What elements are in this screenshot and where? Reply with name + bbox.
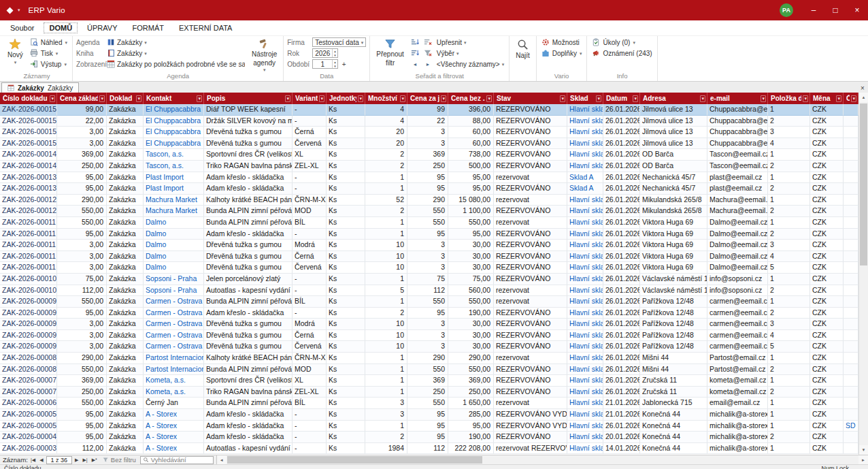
cell-polozka-dok[interactable]: 4 [768, 330, 810, 342]
cell-cena-za-jedn[interactable]: 3 [407, 319, 448, 330]
cell-cena-za-jedn[interactable]: 95 [407, 409, 448, 421]
cell-varianta[interactable]: ZEL-XL [293, 387, 327, 398]
cell-datum[interactable]: 26.01.2026 [603, 375, 640, 387]
column-filter-caret-icon[interactable]: ▾ [486, 95, 492, 102]
cell-adresa[interactable]: Nechanická 45/7 [640, 183, 707, 195]
cell-mena[interactable]: CZK [810, 375, 844, 387]
record-position[interactable]: 1 z 36 [46, 456, 73, 464]
output-button[interactable]: Výstup ▾ [29, 59, 69, 69]
menu-item-domu[interactable]: DOMŮ [41, 20, 80, 35]
cell-cena-zakladni[interactable]: 112,00 [57, 285, 107, 297]
scroll-right-icon[interactable]: ► [858, 455, 868, 464]
cell-cena-za-jedn[interactable]: 550 [407, 206, 448, 217]
cell-doklad[interactable]: Zakázka [107, 353, 144, 364]
cell-mnozstvi[interactable]: 5 [365, 285, 407, 297]
cell-kontakt[interactable]: El Chuppacabbra [144, 127, 204, 138]
cell-adresa[interactable]: Viktora Huga 69 [640, 251, 707, 263]
cell-cena-zakladni[interactable]: 3,00 [57, 319, 107, 330]
cell-mena[interactable]: CZK [810, 149, 844, 161]
cell-polozka-dok[interactable]: 3 [768, 127, 810, 138]
horizontal-scrollbar[interactable]: ◄ ► [216, 455, 868, 464]
cell-polozka-dok[interactable]: 2 [768, 285, 810, 297]
cell-adresa[interactable]: Viktora Huga 69 [640, 217, 707, 229]
cell-cena-bez[interactable]: 30,00 [448, 240, 494, 251]
cell-polozka-dok[interactable]: 4 [768, 251, 810, 263]
cell-mnozstvi[interactable]: 3 [365, 398, 407, 409]
new-record-button[interactable]: ▶* [90, 456, 99, 464]
cell-e-mail[interactable]: Partost@email.cz [707, 353, 768, 364]
cell-cena-za-jedn[interactable]: 3 [407, 330, 448, 342]
cell-popis[interactable]: Dřevěná tužka s gumou [204, 127, 293, 138]
cell-jednotky[interactable]: Ks [327, 341, 365, 353]
cell-cis[interactable] [844, 319, 858, 330]
column-filter-caret-icon[interactable]: ▾ [596, 95, 601, 102]
cell-doklad[interactable]: Zakázka [107, 432, 144, 443]
cell-varianta[interactable]: - [293, 274, 327, 285]
cell-kontakt[interactable]: Dalmo [144, 229, 204, 240]
cell-mena[interactable]: CZK [810, 262, 844, 274]
cell-sklad[interactable]: Hlavní sklad [567, 375, 603, 387]
find-button[interactable]: Najít [513, 37, 533, 60]
cell-cena-zakladni[interactable]: 95,00 [57, 183, 107, 195]
cell-adresa[interactable]: Konečná 44 [640, 409, 707, 421]
cell-e-mail[interactable]: carmen@eemail.cz [707, 330, 768, 342]
column-header-cena-za-jedn[interactable]: Cena za jedn...▾ [407, 93, 448, 104]
cell-mnozstvi[interactable]: 4 [365, 104, 407, 116]
cell-kontakt[interactable]: Dalmo [144, 217, 204, 229]
cell-jednotky[interactable]: Ks [327, 138, 365, 150]
cell-jednotky[interactable]: Ks [327, 308, 365, 319]
cell-cis[interactable] [844, 172, 858, 184]
cell-cislo-dokladu[interactable]: ZAK-2026-00011 [0, 217, 57, 229]
record-search-input[interactable]: Vyhledávání [140, 456, 214, 464]
cell-mena[interactable]: CZK [810, 251, 844, 263]
cell-cena-zakladni[interactable]: 112,00 [57, 443, 107, 455]
cell-adresa[interactable]: Pařížkova 12/48 [640, 341, 707, 353]
column-header-varianta[interactable]: Varianta▾ [293, 93, 327, 104]
cell-kontakt[interactable]: Dalmo [144, 262, 204, 274]
cell-doklad[interactable]: Zakázka [107, 308, 144, 319]
cell-jednotky[interactable]: Ks [327, 285, 365, 297]
cell-mena[interactable]: CZK [810, 240, 844, 251]
options-button[interactable]: Možnosti [540, 37, 584, 48]
cell-datum[interactable]: 26.01.2026 [603, 285, 640, 297]
cell-doklad[interactable]: Zakázka [107, 319, 144, 330]
cell-sklad[interactable]: Hlavní sklad [567, 421, 603, 432]
cell-kontakt[interactable]: Plast Import [144, 183, 204, 195]
cell-e-mail[interactable]: Partost@email.cz [707, 364, 768, 376]
cell-popis[interactable]: Adam křeslo - skládačka [204, 409, 293, 421]
cell-stav[interactable]: rezervovat REZERVOVÁNO [494, 443, 567, 455]
cell-polozka-dok[interactable]: 1 [768, 217, 810, 229]
cell-jednotky[interactable]: Ks [327, 161, 365, 172]
record-scope-dropdown[interactable]: <Všechny záznamy> ▾ [435, 61, 505, 68]
cell-cislo-dokladu[interactable]: ZAK-2026-00011 [0, 240, 57, 251]
cell-cislo-dokladu[interactable]: ZAK-2026-00012 [0, 206, 57, 217]
cell-mnozstvi[interactable]: 10 [365, 262, 407, 274]
cell-datum[interactable]: 26.01.2026 [603, 229, 640, 240]
cell-jednotky[interactable]: Ks [327, 149, 365, 161]
cell-adresa[interactable]: OD Barča [640, 149, 707, 161]
company-select[interactable]: Testovací data ▾ [312, 37, 366, 47]
cell-popis[interactable]: Diář TOP WEEK kapesní [204, 104, 293, 116]
cell-sklad[interactable]: Hlavní sklad [567, 432, 603, 443]
cell-cena-bez[interactable]: 88,00 [448, 116, 494, 127]
cell-cena-bez[interactable]: 95,00 [448, 421, 494, 432]
cell-cena-zakladni[interactable]: 3,00 [57, 240, 107, 251]
cell-mnozstvi[interactable]: 1 [365, 364, 407, 376]
cell-mena[interactable]: CZK [810, 183, 844, 195]
cell-kontakt[interactable]: Machura Market [144, 206, 204, 217]
table-row[interactable]: ZAK-2026-0001522,00ZakázkaEl Chuppacabbr… [0, 116, 858, 127]
cell-cena-bez[interactable]: 1 650,00 [448, 398, 494, 409]
cell-polozka-dok[interactable]: 3 [768, 240, 810, 251]
menu-item-soubor[interactable]: Soubor [3, 20, 41, 35]
cell-mnozstvi[interactable]: 1 [365, 387, 407, 398]
cell-mnozstvi[interactable]: 1 [365, 274, 407, 285]
cell-polozka-dok[interactable]: 1 [768, 421, 810, 432]
cell-e-mail[interactable]: Dalmo@eemail.cz [707, 229, 768, 240]
cell-adresa[interactable]: Jilmová ulice 13 [640, 104, 707, 116]
cell-datum[interactable]: 26.01.2026 [603, 353, 640, 364]
cell-kontakt[interactable]: A - Storex [144, 432, 204, 443]
column-filter-caret-icon[interactable]: ▾ [99, 95, 105, 102]
cell-cislo-dokladu[interactable]: ZAK-2026-00010 [0, 285, 57, 297]
cell-polozka-dok[interactable]: 1 [768, 274, 810, 285]
cell-stav[interactable]: REZERVOVÁNO VYDÁNO FA [494, 409, 567, 421]
